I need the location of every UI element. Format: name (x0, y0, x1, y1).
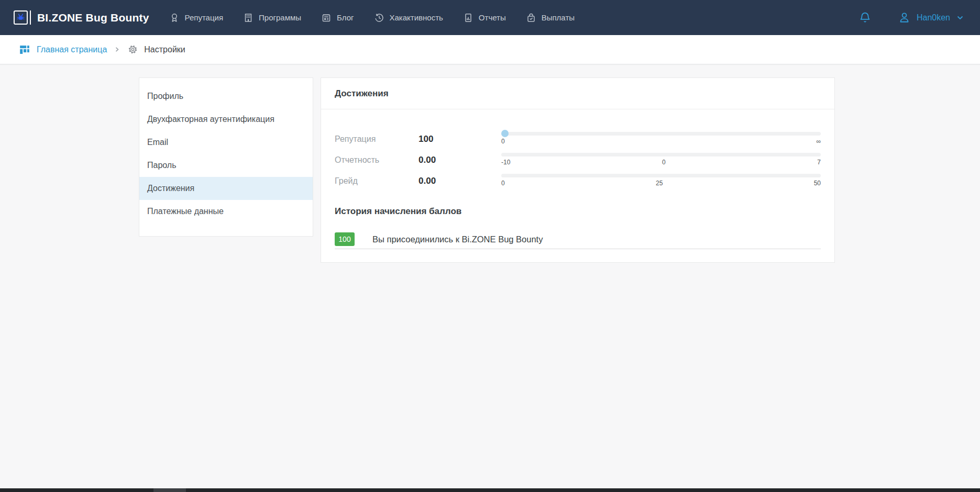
tick-label: ∞ (816, 138, 821, 145)
sidebar-item-two-factor[interactable]: Двухфакторная аутентификация (139, 108, 313, 131)
metric-label: Грейд (335, 176, 419, 186)
tick-label: 0 (501, 138, 505, 145)
main-nav: Репутация Программы (169, 13, 575, 23)
footer-strip (0, 488, 980, 492)
navbar-right: Han0ken (858, 11, 964, 24)
user-icon (898, 11, 911, 24)
metric-label: Отчетность (335, 155, 419, 165)
tick-label: 50 (814, 180, 821, 187)
slider-ticks: 0 25 50 (501, 180, 821, 187)
username: Han0ken (917, 13, 950, 23)
reputation-slider: 0 ∞ (501, 132, 821, 145)
history-entry-row: 100 Вы присоединились к Bi.ZONE Bug Boun… (335, 232, 821, 249)
metric-value: 100 (419, 134, 501, 144)
metric-row-grade: Грейд 0.00 0 25 50 (335, 171, 821, 192)
metric-value: 0.00 (419, 176, 501, 186)
nav-item-blog[interactable]: Блог (321, 13, 354, 23)
slider-handle (501, 130, 509, 137)
slider-track (501, 174, 821, 177)
payout-icon (526, 13, 536, 23)
breadcrumb-current-label: Настройки (144, 45, 185, 54)
tick-label: 0 (662, 159, 666, 166)
sidebar-item-payment-details[interactable]: Платежные данные (139, 200, 313, 223)
breadcrumb-current: Настройки (127, 44, 185, 55)
top-navbar: BI.ZONE Bug Bounty Репутация (0, 0, 980, 35)
settings-sidebar: Профиль Двухфакторная аутентификация Ema… (139, 77, 313, 237)
nav-item-label: Программы (259, 13, 301, 22)
history-icon (374, 13, 384, 23)
achievements-card-header: Достижения (321, 78, 834, 109)
nav-item-programs[interactable]: Программы (243, 13, 301, 23)
user-menu[interactable]: Han0ken (898, 11, 964, 24)
nav-item-reputation[interactable]: Репутация (169, 13, 223, 23)
building-icon (243, 13, 254, 23)
breadcrumb-home-label: Главная страница (37, 45, 107, 54)
slider-ticks: -10 0 7 (501, 159, 821, 166)
tick-label: 0 (501, 180, 505, 187)
page-title: Достижения (335, 88, 389, 99)
logo-divider-bar (30, 10, 31, 25)
slider-ticks: 0 ∞ (501, 138, 821, 145)
points-badge: 100 (335, 232, 355, 246)
sidebar-item-label: Пароль (147, 161, 177, 170)
chevron-down-icon (956, 14, 964, 22)
achievements-card: Достижения Репутация 100 0 ∞ Отчетность (321, 77, 835, 263)
brand-title: BI.ZONE Bug Bounty (37, 12, 149, 24)
history-section-title: История начисления баллов (335, 206, 821, 217)
slider-track (501, 132, 821, 136)
slider-track (501, 153, 821, 156)
metric-label: Репутация (335, 135, 419, 144)
nav-item-label: Блог (337, 13, 354, 22)
notifications-bell-icon[interactable] (858, 11, 872, 24)
breadcrumb-home-link[interactable]: Главная страница (19, 44, 107, 55)
metric-row-reputation: Репутация 100 0 ∞ (335, 129, 821, 150)
breadcrumb-separator-icon (114, 46, 120, 53)
gear-icon (127, 44, 138, 55)
bizone-logo-icon (14, 10, 28, 25)
sidebar-item-profile[interactable]: Профиль (139, 85, 313, 108)
brand-logo[interactable]: BI.ZONE Bug Bounty (14, 10, 149, 25)
sidebar-item-label: Email (147, 138, 168, 147)
footer-strip-segment (153, 488, 186, 492)
sidebar-item-achievements[interactable]: Достижения (139, 177, 313, 200)
nav-item-label: Хакактивность (390, 13, 443, 22)
metric-row-reporting: Отчетность 0.00 -10 0 7 (335, 150, 821, 171)
nav-item-hackactivity[interactable]: Хакактивность (374, 13, 443, 23)
sidebar-item-label: Платежные данные (147, 207, 224, 216)
sidebar-item-label: Достижения (147, 184, 194, 193)
grade-slider: 0 25 50 (501, 174, 821, 187)
metric-value: 0.00 (419, 155, 501, 165)
report-icon (463, 13, 474, 23)
blog-icon (321, 13, 332, 23)
page-content: Профиль Двухфакторная аутентификация Ema… (0, 64, 980, 488)
nav-item-payouts[interactable]: Выплаты (526, 13, 575, 23)
nav-item-label: Отчеты (479, 13, 506, 22)
tick-label: 7 (817, 159, 821, 166)
nav-item-reports[interactable]: Отчеты (463, 13, 506, 23)
medal-icon (169, 13, 180, 23)
sidebar-item-password[interactable]: Пароль (139, 154, 313, 177)
sidebar-item-label: Профиль (147, 92, 183, 101)
tick-label: -10 (501, 159, 510, 166)
nav-item-label: Выплаты (542, 13, 575, 22)
dashboard-grid-icon (19, 44, 30, 55)
reporting-slider: -10 0 7 (501, 153, 821, 166)
nav-item-label: Репутация (185, 13, 223, 22)
sidebar-item-label: Двухфакторная аутентификация (147, 115, 274, 124)
achievements-card-body: Репутация 100 0 ∞ Отчетность 0.00 (321, 129, 834, 249)
history-entry-text: Вы присоединились к Bi.ZONE Bug Bounty (372, 234, 543, 244)
sidebar-item-email[interactable]: Email (139, 131, 313, 154)
tick-label: 25 (656, 180, 663, 187)
breadcrumb: Главная страница Настройки (0, 35, 980, 64)
